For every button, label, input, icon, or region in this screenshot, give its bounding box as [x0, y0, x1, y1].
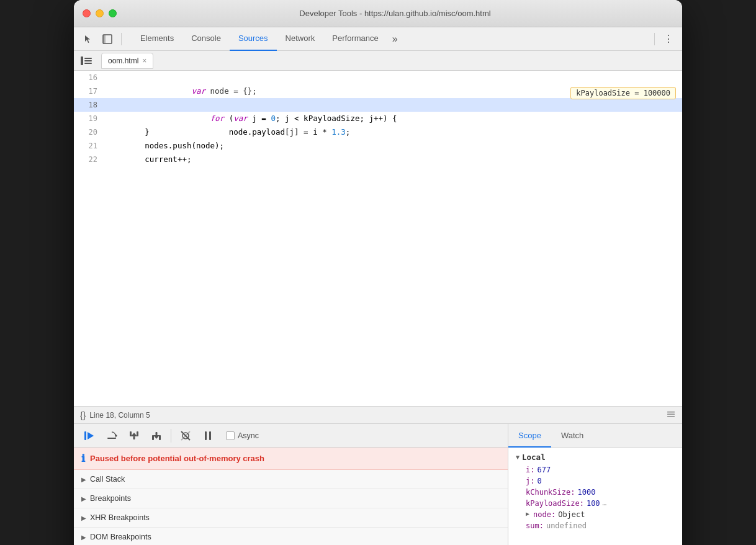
close-button[interactable] — [83, 9, 91, 17]
svg-rect-6 — [667, 412, 675, 413]
section-breakpoints[interactable]: ▶ Breakpoints — [74, 489, 508, 508]
svg-rect-3 — [84, 58, 92, 59]
step-into-button[interactable] — [125, 426, 143, 445]
file-tab-oom[interactable]: oom.html × — [101, 53, 153, 69]
code-line-21: 21 nodes.push(node); — [74, 139, 682, 153]
section-xhr-breakpoints[interactable]: ▶ XHR Breakpoints — [74, 508, 508, 528]
scope-val-sum: undefined — [546, 521, 587, 530]
more-tabs-button[interactable]: » — [387, 34, 403, 45]
pause-exceptions-button[interactable] — [199, 426, 217, 445]
code-line-20: 20 } — [74, 125, 682, 139]
svg-rect-18 — [156, 432, 158, 435]
scope-key-node: node: — [533, 510, 556, 519]
svg-rect-20 — [159, 435, 161, 440]
scope-content: ▼ Local i: 677 j: 0 kChunkSize: 1000 — [508, 448, 682, 545]
scope-key-kchunk: kChunkSize: — [526, 488, 575, 497]
scope-var-j: j: 0 — [516, 475, 675, 487]
window-title: Developer Tools - https://ulan.github.io… — [117, 9, 673, 18]
svg-marker-13 — [131, 433, 137, 436]
dom-breakpoints-arrow: ▶ — [81, 534, 86, 541]
section-dom-breakpoints[interactable]: ▶ DOM Breakpoints — [74, 528, 508, 545]
titlebar: Developer Tools - https://ulan.github.io… — [74, 0, 682, 27]
cursor-icon[interactable] — [79, 30, 96, 48]
svg-rect-7 — [667, 414, 675, 415]
code-line-19: 19 node.payload[j] = i * 1.3; — [74, 112, 682, 125]
section-list: ▶ Call Stack ▶ Breakpoints ▶ XHR Breakpo… — [74, 470, 508, 545]
section-call-stack[interactable]: ▶ Call Stack — [74, 470, 508, 489]
scope-key-sum: sum: — [526, 521, 544, 530]
variable-tooltip: kPayloadSize = 100000 — [570, 87, 676, 99]
svg-marker-11 — [115, 434, 117, 438]
code-line-18: 18 for (var j = 0; j < kPayloadSize; j++… — [74, 98, 682, 112]
scope-val-j: 0 — [537, 477, 541, 485]
tab-watch[interactable]: Watch — [551, 424, 593, 448]
sidebar-toggle-button[interactable] — [79, 53, 94, 68]
scope-val-kpayload-ellipsis: … — [603, 499, 607, 508]
minimize-button[interactable] — [96, 9, 104, 17]
scope-tabs: Scope Watch — [508, 424, 682, 448]
async-checkbox[interactable]: Async — [226, 431, 259, 440]
svg-rect-25 — [209, 431, 211, 440]
svg-marker-17 — [153, 435, 160, 439]
scope-var-kchunksize: kChunkSize: 1000 — [516, 487, 675, 498]
local-arrow: ▼ — [516, 454, 520, 461]
svg-rect-2 — [81, 56, 83, 65]
debug-toolbar: Async — [74, 424, 508, 448]
code-lines: 16 var node = {}; node = Object {payload… — [74, 71, 682, 406]
code-editor[interactable]: 16 var node = {}; node = Object {payload… — [74, 71, 682, 406]
tab-network[interactable]: Network — [277, 27, 324, 51]
divider2 — [654, 33, 655, 45]
scope-val-kpayload: 100 — [587, 499, 600, 508]
node-expand-arrow[interactable]: ▶ — [526, 510, 529, 519]
main-toolbar: Elements Console Sources Network Perform… — [74, 27, 682, 51]
info-icon: ℹ — [81, 453, 85, 464]
code-line-16: 16 var node = {}; node = Object {payload… — [74, 71, 682, 84]
svg-marker-10 — [88, 432, 94, 439]
tab-console[interactable]: Console — [182, 27, 230, 51]
svg-rect-5 — [84, 63, 92, 64]
maximize-button[interactable] — [109, 9, 117, 17]
settings-icon[interactable]: ⋮ — [660, 30, 677, 48]
scope-var-i: i: 677 — [516, 464, 675, 475]
devtools-window: Developer Tools - https://ulan.github.io… — [74, 0, 682, 545]
resume-button[interactable] — [80, 426, 99, 445]
code-line-22: 22 current++; — [74, 153, 682, 166]
status-bar: {} Line 18, Column 5 — [74, 406, 682, 423]
section-dom-label: DOM Breakpoints — [90, 533, 151, 541]
file-tab-name: oom.html — [108, 56, 138, 65]
tab-sources[interactable]: Sources — [230, 27, 277, 51]
dock-icon[interactable] — [99, 30, 116, 48]
debug-divider — [171, 429, 171, 443]
curly-braces-icon: {} — [80, 410, 86, 420]
scope-key-i: i: — [526, 466, 534, 474]
step-out-button[interactable] — [147, 426, 166, 445]
tab-elements[interactable]: Elements — [132, 27, 182, 51]
scope-val-node: Object — [558, 510, 585, 519]
svg-rect-15 — [130, 431, 132, 436]
svg-rect-12 — [107, 438, 116, 439]
async-label: Async — [238, 431, 259, 440]
file-tabs-bar: oom.html × — [74, 51, 682, 71]
svg-rect-1 — [103, 35, 106, 43]
scope-var-kpayloadsize: kPayloadSize: 100… — [516, 498, 675, 509]
tab-scope[interactable]: Scope — [508, 424, 551, 448]
scope-local-header[interactable]: ▼ Local — [516, 453, 675, 462]
scope-var-node[interactable]: ▶ node: Object — [516, 509, 675, 520]
file-tab-close-button[interactable]: × — [142, 56, 146, 65]
status-bar-right-icon[interactable] — [666, 409, 676, 421]
section-breakpoints-label: Breakpoints — [90, 494, 131, 503]
debugger-controls: Async ℹ Paused before potential out-of-m… — [74, 424, 508, 545]
scope-key-kpayload: kPayloadSize: — [526, 499, 584, 508]
svg-rect-8 — [667, 416, 675, 417]
breakpoints-arrow: ▶ — [81, 495, 86, 502]
tabs-container: Elements Console Sources Network Perform… — [127, 27, 649, 51]
divider — [121, 33, 122, 45]
svg-rect-19 — [152, 435, 154, 440]
oom-warning-text: Paused before potential out-of-memory cr… — [90, 454, 264, 463]
tab-performance[interactable]: Performance — [323, 27, 387, 51]
deactivate-breakpoints-button[interactable] — [176, 426, 195, 445]
async-checkbox-box[interactable] — [226, 431, 235, 440]
section-xhr-label: XHR Breakpoints — [90, 513, 150, 522]
status-bar-text: Line 18, Column 5 — [89, 411, 150, 420]
step-over-button[interactable] — [102, 426, 121, 445]
